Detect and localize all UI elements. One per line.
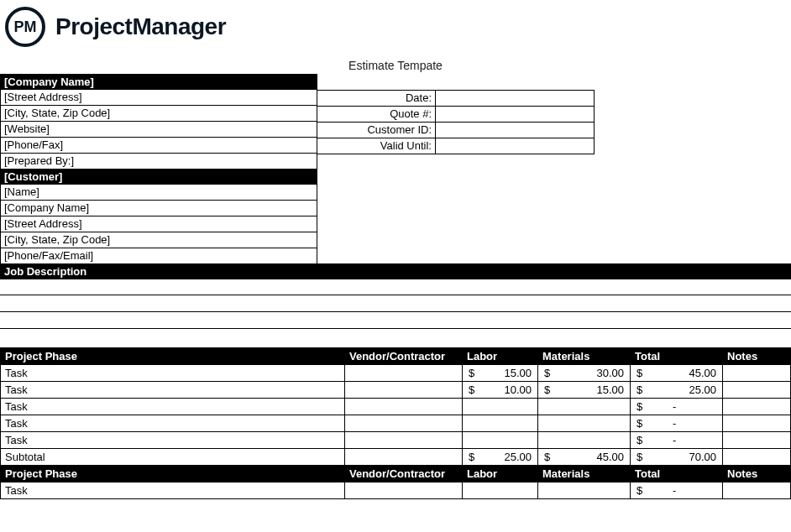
cell-total: $- <box>631 399 723 415</box>
meta-customerid-label: Customer ID: <box>317 122 436 138</box>
th-notes: Notes <box>723 348 791 365</box>
customer-street[interactable]: [Street Address] <box>0 216 317 232</box>
cell-materials[interactable] <box>538 399 631 415</box>
table-row: Task $- <box>1 432 791 449</box>
meta-customerid-value[interactable] <box>435 122 595 138</box>
th-total: Total <box>631 348 723 365</box>
table-row: Task $- <box>1 482 791 499</box>
document-title: Estimate Tempate <box>0 59 791 72</box>
subtotal-label: Subtotal <box>1 449 345 466</box>
th-total: Total <box>631 466 723 482</box>
cell-labor[interactable] <box>463 482 538 499</box>
cell-total: $- <box>631 415 723 432</box>
table-row: Task $10.00 $15.00 $25.00 <box>1 382 791 399</box>
company-phone-fax[interactable]: [Phone/Fax] <box>0 137 317 154</box>
cell-notes[interactable] <box>723 432 791 449</box>
cell-phase[interactable]: Task <box>1 415 345 432</box>
cell-phase[interactable]: Task <box>1 382 345 399</box>
cell-materials[interactable] <box>538 432 631 449</box>
job-description-line[interactable] <box>0 295 791 312</box>
th-materials: Materials <box>538 466 631 482</box>
cell-labor[interactable] <box>463 399 538 415</box>
th-vendor: Vendor/Contractor <box>345 348 463 365</box>
tasks-header-row: Project Phase Vendor/Contractor Labor Ma… <box>1 348 791 365</box>
meta-validuntil-label: Valid Until: <box>317 138 436 154</box>
cell-phase[interactable]: Task <box>1 432 345 449</box>
cell-notes[interactable] <box>723 365 791 382</box>
customer-name[interactable]: [Name] <box>0 184 317 201</box>
cell-labor[interactable] <box>463 415 538 432</box>
cell-total: $25.00 <box>631 382 723 399</box>
meta-validuntil-value[interactable] <box>435 138 595 154</box>
job-description-line[interactable] <box>0 279 791 295</box>
customer-city-state-zip[interactable]: [City, State, Zip Code] <box>0 232 317 248</box>
table-row: Task $- <box>1 399 791 415</box>
table-row: Task $- <box>1 415 791 432</box>
meta-date-value[interactable] <box>435 90 595 107</box>
company-street[interactable]: [Street Address] <box>0 89 317 106</box>
cell-vendor[interactable] <box>345 399 463 415</box>
subtotal-labor: $25.00 <box>463 449 538 466</box>
th-labor: Labor <box>463 466 538 482</box>
th-labor: Labor <box>463 348 538 365</box>
cell-materials[interactable] <box>538 482 631 499</box>
subtotal-row: Subtotal $25.00 $45.00 $70.00 <box>1 449 791 466</box>
cell-labor[interactable] <box>463 432 538 449</box>
company-header: [Company Name] <box>0 74 317 90</box>
cell-vendor[interactable] <box>345 365 463 382</box>
job-description-header: Job Description <box>0 263 791 279</box>
cell-notes[interactable] <box>723 482 791 499</box>
cell-vendor[interactable] <box>345 382 463 399</box>
job-description-line[interactable] <box>0 312 791 329</box>
th-notes: Notes <box>723 466 791 482</box>
cell-materials[interactable] <box>538 415 631 432</box>
cell-vendor[interactable] <box>345 415 463 432</box>
company-website[interactable]: [Website] <box>0 121 317 138</box>
th-vendor: Vendor/Contractor <box>345 466 463 482</box>
cell-phase[interactable]: Task <box>1 365 345 382</box>
pm-circle-icon: PM <box>5 7 45 47</box>
th-phase: Project Phase <box>1 466 345 482</box>
cell-notes[interactable] <box>723 382 791 399</box>
customer-company[interactable]: [Company Name] <box>0 200 317 216</box>
company-prepared-by[interactable]: [Prepared By:] <box>0 153 317 170</box>
tasks-table: Project Phase Vendor/Contractor Labor Ma… <box>0 347 791 499</box>
customer-header: [Customer] <box>0 169 317 185</box>
cell-labor[interactable]: $15.00 <box>463 365 538 382</box>
cell-phase[interactable]: Task <box>1 399 345 415</box>
table-row: Task $15.00 $30.00 $45.00 <box>1 365 791 382</box>
tasks-header-row: Project Phase Vendor/Contractor Labor Ma… <box>1 466 791 482</box>
cell-materials[interactable]: $15.00 <box>538 382 631 399</box>
customer-phone-fax-email[interactable]: [Phone/Fax/Email] <box>0 248 317 264</box>
cell-total: $45.00 <box>631 365 723 382</box>
meta-quote-label: Quote #: <box>317 106 436 123</box>
cell-materials[interactable]: $30.00 <box>538 365 631 382</box>
cell-phase[interactable]: Task <box>1 482 345 499</box>
meta-quote-value[interactable] <box>435 106 595 123</box>
cell-labor[interactable]: $10.00 <box>463 382 538 399</box>
subtotal-materials: $45.00 <box>538 449 631 466</box>
company-city-state-zip[interactable]: [City, State, Zip Code] <box>0 105 317 122</box>
cell-notes[interactable] <box>723 399 791 415</box>
th-phase: Project Phase <box>1 348 345 365</box>
th-materials: Materials <box>538 348 631 365</box>
cell-total: $- <box>631 482 723 499</box>
subtotal-total: $70.00 <box>631 449 723 466</box>
cell-total: $- <box>631 432 723 449</box>
cell-vendor[interactable] <box>345 482 463 499</box>
brand-logo: PM ProjectManager <box>0 0 791 47</box>
cell-vendor[interactable] <box>345 432 463 449</box>
brand-wordmark: ProjectManager <box>55 13 226 40</box>
meta-date-label: Date: <box>317 90 436 107</box>
cell-notes[interactable] <box>723 415 791 432</box>
